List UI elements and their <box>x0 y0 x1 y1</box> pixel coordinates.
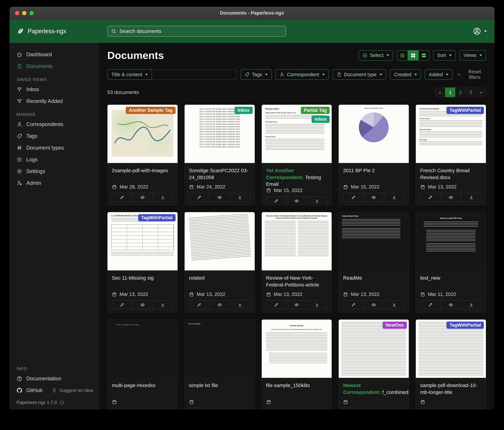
tag-badge[interactable]: TagWithPartial <box>447 107 484 114</box>
sidebar-item-documents[interactable]: Documents <box>9 60 99 72</box>
edit-button[interactable] <box>420 408 441 410</box>
download-button[interactable] <box>307 408 327 410</box>
view-button[interactable] <box>209 193 230 202</box>
sidebar-item-logs[interactable]: Logs <box>9 154 99 166</box>
close-button[interactable] <box>15 11 19 15</box>
document-title[interactable]: Sonstige ScanPC2022 03-24_081058 <box>189 167 250 181</box>
document-thumbnail[interactable]: Lorem ipsum Lorem ipsum dolor sit amet, … <box>262 319 332 378</box>
document-title[interactable]: French Country Bread Revised.docx <box>420 167 482 181</box>
view-button[interactable] <box>441 193 461 202</box>
document-title[interactable]: sample-pdf-download-10-mb-longer-title <box>420 382 482 396</box>
pagination-prev[interactable]: « <box>435 87 445 97</box>
edit-button[interactable] <box>343 193 364 202</box>
edit-button[interactable] <box>189 408 210 410</box>
edit-button[interactable] <box>189 193 210 202</box>
tag-badge[interactable]: Partial Tag <box>301 107 330 114</box>
document-title[interactable]: file-sample_150kBs <box>266 382 327 389</box>
document-title[interactable]: Sec 11-Missing sig <box>112 275 173 281</box>
view-button[interactable] <box>363 408 384 410</box>
document-title[interactable]: multi-page-mixedxx <box>112 382 173 389</box>
view-button[interactable] <box>132 300 153 309</box>
document-title[interactable]: simple txt file <box>189 382 250 389</box>
document-thumbnail[interactable]: Review of New York Federal Petitions for… <box>262 212 332 271</box>
sort-button[interactable]: Sort <box>433 50 456 61</box>
created-filter-button[interactable]: Created <box>390 69 421 80</box>
document-thumbnail[interactable]: Another Sample Tag <box>108 105 178 163</box>
document-title[interactable]: ReadMe <box>343 275 405 281</box>
sidebar-item-settings[interactable]: Settings <box>9 166 99 177</box>
view-grid-button[interactable] <box>408 50 419 61</box>
view-button[interactable] <box>441 300 461 309</box>
added-filter-button[interactable]: Added <box>425 69 452 80</box>
download-button[interactable] <box>153 193 173 202</box>
edit-button[interactable] <box>266 196 287 205</box>
edit-button[interactable] <box>112 300 133 309</box>
document-thumbnail[interactable]: NewOne <box>339 319 409 378</box>
select-button[interactable]: Select <box>359 50 393 61</box>
document-title[interactable]: Newest Correspondent:f_combineds <box>343 382 405 396</box>
tag-badge[interactable]: NewOne <box>383 322 407 329</box>
brand[interactable]: Paperless-ngx <box>9 27 99 35</box>
edit-button[interactable] <box>343 300 364 309</box>
view-button[interactable] <box>286 300 307 309</box>
download-button[interactable] <box>384 300 405 309</box>
document-title[interactable]: Yet Another Correspondent:Testing Email <box>266 167 327 188</box>
view-button[interactable] <box>363 300 384 309</box>
sidebar-item-github[interactable]: GitHub <box>9 384 42 396</box>
pagination-page-2[interactable]: 2 <box>455 87 466 97</box>
download-button[interactable] <box>153 300 173 309</box>
sidebar-item-correspondents[interactable]: Correspondents <box>9 119 99 130</box>
correspondent-link[interactable]: Yet Another Correspondent: <box>266 168 304 180</box>
title-content-dropdown[interactable]: Title & content <box>107 69 152 80</box>
download-button[interactable] <box>384 193 405 202</box>
download-button[interactable] <box>230 300 250 309</box>
document-thumbnail[interactable]: Adobe Acrobat PDF Files <box>416 212 486 271</box>
view-button[interactable] <box>209 408 230 410</box>
edit-button[interactable] <box>189 300 210 309</box>
sidebar-item-recently-added[interactable]: Recently Added <box>9 95 99 107</box>
sidebar-item-admin[interactable]: Admin <box>9 177 99 189</box>
search-input[interactable] <box>119 28 282 34</box>
correspondent-link[interactable]: Newest Correspondent: <box>343 383 381 395</box>
edit-button[interactable] <box>266 300 287 309</box>
download-button[interactable] <box>230 408 250 410</box>
tags-filter-button[interactable]: Tags <box>240 69 272 80</box>
tag-badge[interactable]: TagWithPartial <box>447 322 484 329</box>
edit-button[interactable] <box>420 193 441 202</box>
view-button[interactable] <box>363 193 384 202</box>
edit-button[interactable] <box>112 408 133 410</box>
view-button[interactable] <box>441 408 461 410</box>
document-thumbnail[interactable]: Contact Sheet Demo <box>339 212 409 271</box>
document-title[interactable]: Review-of-New-York-Federal-Petitions-art… <box>266 275 327 288</box>
zoom-button[interactable] <box>29 11 34 15</box>
document-thumbnail[interactable]: This is a test for the double space char… <box>185 105 255 163</box>
view-button[interactable] <box>209 300 230 309</box>
download-button[interactable] <box>230 193 250 202</box>
view-list-button[interactable] <box>397 50 408 61</box>
sidebar-item-dashboard[interactable]: Dashboard <box>9 49 99 60</box>
view-button[interactable] <box>132 408 153 410</box>
document-title[interactable]: test_new <box>420 275 482 281</box>
sidebar-item-inbox[interactable]: Inbox <box>9 84 99 95</box>
tag-badge[interactable]: Inbox <box>234 107 253 114</box>
correspondent-filter-button[interactable]: Correspondent <box>276 69 329 80</box>
view-button[interactable] <box>286 408 307 410</box>
suggest-idea-link[interactable]: Suggest an idea <box>52 388 93 393</box>
info-icon[interactable] <box>60 400 64 405</box>
view-button[interactable] <box>286 196 307 205</box>
edit-button[interactable] <box>112 193 133 202</box>
sidebar-item-document-types[interactable]: Document types <box>9 142 99 154</box>
minimize-button[interactable] <box>22 11 27 15</box>
document-thumbnail[interactable]: Release Notes Simba ODBC Driver for SQL … <box>262 105 332 163</box>
pagination-page-3[interactable]: 3 <box>465 87 476 97</box>
views-button[interactable]: Views <box>459 50 486 61</box>
edit-button[interactable] <box>343 408 364 410</box>
document-title[interactable]: 2011 BP Pie 2 <box>343 167 405 174</box>
edit-button[interactable] <box>266 408 287 410</box>
window-titlebar[interactable]: Documents - Paperless-ngx <box>9 7 495 19</box>
document-thumbnail[interactable]: French Country Bread For the Leaven: Mak… <box>416 105 486 163</box>
document-thumbnail[interactable]: Patient BP Distribution 2011 <box>339 105 409 163</box>
pagination-next[interactable]: » <box>476 87 486 97</box>
user-menu[interactable] <box>473 27 487 35</box>
download-button[interactable] <box>384 408 405 410</box>
